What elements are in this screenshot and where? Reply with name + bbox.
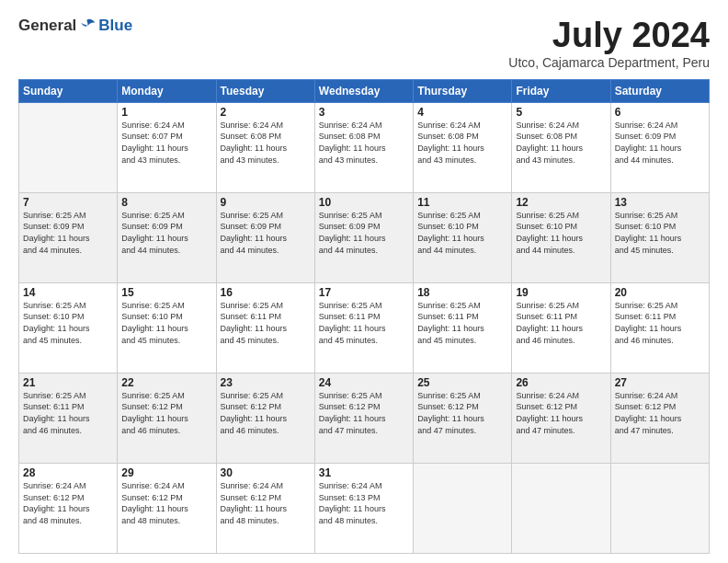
col-monday: Monday: [118, 79, 216, 102]
col-thursday: Thursday: [414, 79, 512, 102]
day-info: Sunrise: 6:25 AMSunset: 6:10 PMDaylight:…: [23, 300, 113, 346]
day-number: 31: [319, 466, 409, 479]
day-number: 24: [319, 376, 409, 389]
day-info: Sunrise: 6:25 AMSunset: 6:10 PMDaylight:…: [121, 300, 211, 346]
day-info: Sunrise: 6:24 AMSunset: 6:12 PMDaylight:…: [516, 390, 606, 436]
day-info: Sunrise: 6:25 AMSunset: 6:12 PMDaylight:…: [121, 390, 211, 436]
day-number: 17: [319, 286, 409, 299]
day-number: 13: [615, 196, 705, 209]
table-row: 23Sunrise: 6:25 AMSunset: 6:12 PMDayligh…: [216, 373, 314, 463]
day-info: Sunrise: 6:25 AMSunset: 6:10 PMDaylight:…: [516, 210, 606, 256]
logo-bird-icon: [78, 17, 97, 35]
day-info: Sunrise: 6:25 AMSunset: 6:11 PMDaylight:…: [615, 300, 705, 346]
day-number: 1: [121, 106, 211, 119]
day-number: 3: [319, 106, 409, 119]
day-info: Sunrise: 6:25 AMSunset: 6:11 PMDaylight:…: [23, 390, 113, 436]
table-row: [19, 102, 118, 192]
day-number: 18: [417, 286, 507, 299]
day-number: 16: [221, 286, 311, 299]
day-info: Sunrise: 6:24 AMSunset: 6:07 PMDaylight:…: [121, 120, 211, 166]
day-number: 2: [221, 106, 311, 119]
title-area: July 2024 Utco, Cajamarca Department, Pe…: [508, 17, 710, 70]
table-row: 13Sunrise: 6:25 AMSunset: 6:10 PMDayligh…: [610, 192, 709, 282]
day-number: 7: [23, 196, 113, 209]
logo: General Blue: [18, 17, 132, 35]
day-number: 20: [615, 286, 705, 299]
table-row: 2Sunrise: 6:24 AMSunset: 6:08 PMDaylight…: [216, 102, 314, 192]
table-row: 16Sunrise: 6:25 AMSunset: 6:11 PMDayligh…: [216, 282, 314, 373]
table-row: 12Sunrise: 6:25 AMSunset: 6:10 PMDayligh…: [512, 192, 610, 282]
day-info: Sunrise: 6:24 AMSunset: 6:08 PMDaylight:…: [319, 120, 409, 166]
day-number: 30: [221, 466, 311, 479]
table-row: 20Sunrise: 6:25 AMSunset: 6:11 PMDayligh…: [610, 282, 709, 373]
day-info: Sunrise: 6:25 AMSunset: 6:09 PMDaylight:…: [319, 210, 409, 256]
day-info: Sunrise: 6:25 AMSunset: 6:10 PMDaylight:…: [615, 210, 705, 256]
day-number: 5: [516, 106, 606, 119]
day-info: Sunrise: 6:25 AMSunset: 6:11 PMDaylight:…: [417, 300, 507, 346]
table-row: 11Sunrise: 6:25 AMSunset: 6:10 PMDayligh…: [414, 192, 512, 282]
day-info: Sunrise: 6:25 AMSunset: 6:11 PMDaylight:…: [221, 300, 311, 346]
day-number: 27: [615, 376, 705, 389]
calendar-week-row: 21Sunrise: 6:25 AMSunset: 6:11 PMDayligh…: [19, 373, 710, 463]
calendar-header-row: Sunday Monday Tuesday Wednesday Thursday…: [19, 79, 710, 102]
table-row: 29Sunrise: 6:24 AMSunset: 6:12 PMDayligh…: [118, 463, 216, 553]
day-number: 10: [319, 196, 409, 209]
table-row: 8Sunrise: 6:25 AMSunset: 6:09 PMDaylight…: [118, 192, 216, 282]
day-info: Sunrise: 6:25 AMSunset: 6:09 PMDaylight:…: [121, 210, 211, 256]
day-info: Sunrise: 6:24 AMSunset: 6:12 PMDaylight:…: [23, 480, 113, 526]
day-number: 11: [417, 196, 507, 209]
day-info: Sunrise: 6:24 AMSunset: 6:09 PMDaylight:…: [615, 120, 705, 166]
day-info: Sunrise: 6:24 AMSunset: 6:08 PMDaylight:…: [516, 120, 606, 166]
table-row: 14Sunrise: 6:25 AMSunset: 6:10 PMDayligh…: [19, 282, 118, 373]
col-friday: Friday: [512, 79, 610, 102]
day-info: Sunrise: 6:24 AMSunset: 6:13 PMDaylight:…: [319, 480, 409, 526]
day-number: 9: [221, 196, 311, 209]
table-row: 26Sunrise: 6:24 AMSunset: 6:12 PMDayligh…: [512, 373, 610, 463]
day-info: Sunrise: 6:25 AMSunset: 6:12 PMDaylight:…: [221, 390, 311, 436]
day-number: 8: [121, 196, 211, 209]
table-row: 17Sunrise: 6:25 AMSunset: 6:11 PMDayligh…: [314, 282, 413, 373]
calendar-table: Sunday Monday Tuesday Wednesday Thursday…: [18, 79, 710, 554]
col-tuesday: Tuesday: [216, 79, 314, 102]
day-number: 6: [615, 106, 705, 119]
table-row: 31Sunrise: 6:24 AMSunset: 6:13 PMDayligh…: [314, 463, 413, 553]
col-saturday: Saturday: [610, 79, 709, 102]
col-sunday: Sunday: [19, 79, 118, 102]
day-info: Sunrise: 6:24 AMSunset: 6:08 PMDaylight:…: [417, 120, 507, 166]
day-info: Sunrise: 6:24 AMSunset: 6:12 PMDaylight:…: [221, 480, 311, 526]
calendar-week-row: 1Sunrise: 6:24 AMSunset: 6:07 PMDaylight…: [19, 102, 710, 192]
day-info: Sunrise: 6:25 AMSunset: 6:12 PMDaylight:…: [417, 390, 507, 436]
table-row: 9Sunrise: 6:25 AMSunset: 6:09 PMDaylight…: [216, 192, 314, 282]
day-number: 23: [221, 376, 311, 389]
table-row: 18Sunrise: 6:25 AMSunset: 6:11 PMDayligh…: [414, 282, 512, 373]
day-info: Sunrise: 6:24 AMSunset: 6:12 PMDaylight:…: [615, 390, 705, 436]
day-number: 28: [23, 466, 113, 479]
table-row: 10Sunrise: 6:25 AMSunset: 6:09 PMDayligh…: [314, 192, 413, 282]
day-info: Sunrise: 6:25 AMSunset: 6:10 PMDaylight:…: [417, 210, 507, 256]
day-info: Sunrise: 6:24 AMSunset: 6:08 PMDaylight:…: [221, 120, 311, 166]
day-number: 15: [121, 286, 211, 299]
day-number: 14: [23, 286, 113, 299]
day-info: Sunrise: 6:25 AMSunset: 6:11 PMDaylight:…: [319, 300, 409, 346]
day-info: Sunrise: 6:25 AMSunset: 6:09 PMDaylight:…: [23, 210, 113, 256]
month-title: July 2024: [508, 17, 710, 55]
calendar-week-row: 28Sunrise: 6:24 AMSunset: 6:12 PMDayligh…: [19, 463, 710, 553]
table-row: 27Sunrise: 6:24 AMSunset: 6:12 PMDayligh…: [610, 373, 709, 463]
calendar-week-row: 14Sunrise: 6:25 AMSunset: 6:10 PMDayligh…: [19, 282, 710, 373]
day-info: Sunrise: 6:25 AMSunset: 6:09 PMDaylight:…: [221, 210, 311, 256]
day-info: Sunrise: 6:24 AMSunset: 6:12 PMDaylight:…: [121, 480, 211, 526]
day-number: 26: [516, 376, 606, 389]
calendar-week-row: 7Sunrise: 6:25 AMSunset: 6:09 PMDaylight…: [19, 192, 710, 282]
day-number: 25: [417, 376, 507, 389]
day-number: 4: [417, 106, 507, 119]
logo-general: General: [18, 17, 76, 35]
day-info: Sunrise: 6:25 AMSunset: 6:11 PMDaylight:…: [516, 300, 606, 346]
table-row: 25Sunrise: 6:25 AMSunset: 6:12 PMDayligh…: [414, 373, 512, 463]
col-wednesday: Wednesday: [314, 79, 413, 102]
table-row: 1Sunrise: 6:24 AMSunset: 6:07 PMDaylight…: [118, 102, 216, 192]
table-row: 21Sunrise: 6:25 AMSunset: 6:11 PMDayligh…: [19, 373, 118, 463]
table-row: 6Sunrise: 6:24 AMSunset: 6:09 PMDaylight…: [610, 102, 709, 192]
page-header: General Blue July 2024 Utco, Cajamarca D…: [18, 17, 710, 70]
location-subtitle: Utco, Cajamarca Department, Peru: [508, 55, 710, 70]
table-row: 7Sunrise: 6:25 AMSunset: 6:09 PMDaylight…: [19, 192, 118, 282]
